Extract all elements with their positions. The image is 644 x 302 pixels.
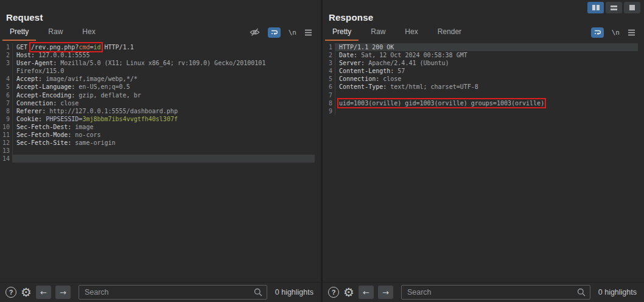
line-content	[335, 91, 638, 99]
line-content	[335, 107, 638, 115]
response-panel: Response PrettyRawHexRender \n 1HTTP/1.	[323, 0, 644, 302]
line-content: Server: Apache/2.4.41 (Ubuntu)	[335, 59, 638, 67]
line-number: 4	[323, 67, 335, 75]
code-line: 11Sec-Fetch-Mode: no-cors	[0, 131, 315, 139]
line-content: Host: 127.0.0.1:5555	[12, 51, 315, 59]
code-segment: same-origin	[71, 139, 115, 146]
code-segment: Referer:	[16, 108, 46, 114]
hide-eye-icon[interactable]	[250, 27, 260, 37]
code-segment: HTTP/1.1	[101, 44, 134, 51]
code-line: 7Connection: close	[0, 99, 315, 107]
help-icon[interactable]: ?	[328, 287, 339, 298]
code-segment: User-Agent:	[16, 60, 57, 66]
code-line: 12Sec-Fetch-Site: same-origin	[0, 139, 315, 147]
response-tab-icons: \n	[591, 27, 644, 38]
code-segment: Content-Type:	[339, 83, 387, 90]
response-tab-hex[interactable]: Hex	[397, 24, 425, 41]
request-tab-pretty[interactable]: Pretty	[2, 24, 36, 41]
line-content: User-Agent: Mozilla/5.0 (X11; Linux x86_…	[12, 59, 315, 67]
menu-icon[interactable]	[628, 29, 635, 36]
code-line: 1HTTP/1.1 200 OK	[323, 43, 638, 51]
search-input[interactable]	[79, 285, 267, 300]
word-wrap-toggle-button[interactable]	[591, 27, 604, 38]
code-segment: Content-Length:	[339, 68, 394, 74]
line-content: Sec-Fetch-Dest: image	[12, 123, 315, 131]
settings-gear-icon[interactable]: ⚙	[343, 286, 354, 298]
annotation-highlight-box: /rev.png.php?cmd=id	[31, 44, 100, 51]
code-line: 13	[0, 147, 315, 155]
request-tab-hex[interactable]: Hex	[75, 24, 102, 41]
line-content	[12, 155, 315, 163]
code-line: 2Date: Sat, 12 Oct 2024 00:58:38 GMT	[323, 51, 638, 59]
search-input[interactable]	[401, 285, 590, 300]
search-prev-button[interactable]: ←	[36, 286, 51, 299]
code-line: 3Server: Apache/2.4.41 (Ubuntu)	[323, 59, 638, 67]
request-tab-icons: \n	[250, 27, 321, 38]
columns-layout-button[interactable]	[587, 2, 604, 13]
code-segment: Sec-Fetch-Site:	[16, 139, 71, 146]
line-number: 9	[0, 115, 12, 123]
line-content: Sec-Fetch-Site: same-origin	[12, 139, 315, 147]
line-number: 7	[323, 91, 335, 99]
menu-icon[interactable]	[304, 29, 312, 36]
newline-toggle-icon[interactable]: \n	[289, 29, 296, 37]
rows-layout-button[interactable]	[606, 2, 622, 13]
response-tab-pretty[interactable]: Pretty	[325, 24, 359, 41]
code-line: 4Content-Length: 57	[323, 67, 638, 75]
response-tab-render[interactable]: Render	[430, 24, 469, 41]
line-content: Accept-Encoding: gzip, deflate, br	[12, 91, 315, 99]
line-number: 14	[0, 155, 12, 163]
single-layout-button[interactable]	[624, 2, 640, 13]
code-line: 5Connection: close	[323, 75, 638, 83]
code-segment: Server:	[339, 60, 365, 66]
request-search-wrap	[79, 285, 267, 300]
line-number: 7	[0, 99, 12, 107]
code-line: 4Accept: image/avif,image/webp,*/*	[0, 75, 315, 83]
response-search-bar: ? ⚙ ← → 0 highlights	[323, 282, 644, 302]
settings-gear-icon[interactable]: ⚙	[21, 286, 32, 298]
line-number: 6	[323, 83, 335, 91]
code-segment: uid=1003(orville) gid=1003(orville) grou…	[339, 100, 544, 107]
code-segment: http://127.0.0.1:5555/dashboard.php	[46, 108, 178, 114]
line-number: 6	[0, 91, 12, 99]
code-segment: Connection:	[16, 100, 57, 107]
request-tab-raw[interactable]: Raw	[41, 24, 70, 41]
code-segment: GET	[16, 44, 31, 51]
code-line: 5Accept-Language: en-US,en;q=0.5	[0, 83, 315, 91]
request-tabs: PrettyRawHex	[2, 24, 108, 41]
code-segment: /rev.png.php?	[31, 44, 79, 51]
code-segment: Sat, 12 Oct 2024 00:58:38 GMT	[357, 52, 467, 58]
line-content: Sec-Fetch-Mode: no-cors	[12, 131, 315, 139]
code-segment: image	[71, 124, 93, 130]
search-next-button[interactable]: →	[378, 286, 393, 299]
code-segment: Sec-Fetch-Mode:	[16, 132, 71, 138]
code-segment: Cookie:	[16, 116, 42, 122]
line-number: 1	[323, 43, 335, 51]
code-segment: Date:	[339, 52, 357, 58]
help-icon[interactable]: ?	[5, 287, 16, 298]
search-prev-button[interactable]: ←	[359, 286, 374, 299]
code-segment: image/avif,image/webp,*/*	[42, 76, 138, 82]
response-title: Response	[329, 12, 644, 23]
code-segment: Accept-Encoding:	[16, 92, 75, 99]
code-segment: id	[93, 44, 100, 51]
line-content: uid=1003(orville) gid=1003(orville) grou…	[335, 99, 638, 107]
search-icon	[576, 287, 586, 297]
newline-toggle-icon[interactable]: \n	[612, 29, 620, 37]
code-line: 9	[323, 107, 638, 115]
code-segment: 127.0.0.1:5555	[35, 52, 89, 58]
code-line: 2Host: 127.0.0.1:5555	[0, 51, 315, 59]
request-title: Request	[6, 12, 321, 23]
code-segment: HTTP/1.1 200 OK	[339, 44, 394, 51]
line-number: 5	[323, 75, 335, 83]
response-tab-raw[interactable]: Raw	[363, 24, 393, 41]
search-next-button[interactable]: →	[55, 286, 71, 299]
code-line: 8Referer: http://127.0.0.1:5555/dashboar…	[0, 107, 315, 115]
response-editor[interactable]: 1HTTP/1.1 200 OK2Date: Sat, 12 Oct 2024 …	[323, 40, 644, 282]
word-wrap-toggle-button[interactable]	[268, 27, 281, 38]
line-number: 9	[323, 107, 335, 115]
line-number: 3	[0, 59, 12, 67]
line-number: 3	[323, 59, 335, 67]
code-line: 3User-Agent: Mozilla/5.0 (X11; Linux x86…	[0, 59, 315, 67]
request-editor[interactable]: 1GET /rev.png.php?cmd=id HTTP/1.12Host: …	[0, 40, 321, 282]
